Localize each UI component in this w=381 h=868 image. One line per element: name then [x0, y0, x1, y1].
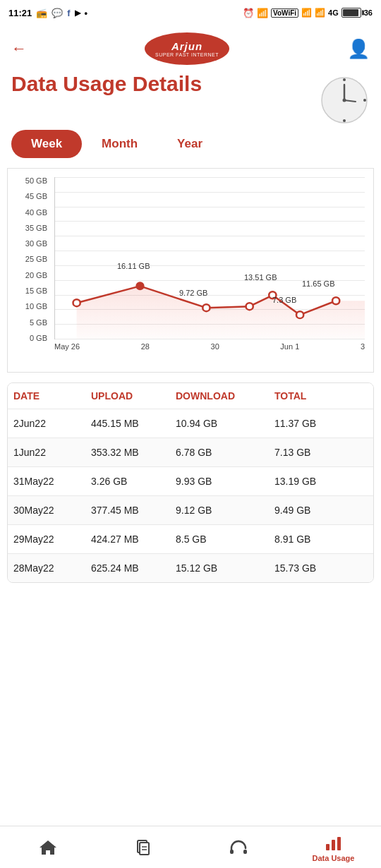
th-date: DATE — [13, 390, 91, 402]
td-date: 1Jun22 — [13, 447, 91, 458]
point-jun1b — [296, 311, 303, 318]
alarm-icon: ⏰ — [243, 8, 254, 18]
td-download: 8.5 GB — [176, 534, 274, 545]
table-row: 30May22 377.45 MB 9.12 GB 9.49 GB — [8, 495, 373, 524]
chart-svg — [55, 177, 365, 339]
y-label-15: 15 GB — [25, 287, 47, 295]
vowifi-label: VoWiFi — [271, 8, 298, 18]
broadcast-icon: 📻 — [36, 8, 47, 18]
nav-home[interactable] — [27, 838, 69, 857]
bottom-nav: Data Usage — [0, 826, 381, 868]
y-label-35: 35 GB — [25, 224, 47, 232]
td-upload: 445.15 MB — [91, 418, 176, 429]
td-download: 6.78 GB — [176, 447, 274, 458]
td-upload: 3.26 GB — [91, 476, 176, 487]
logo-oval: Arjun SUPER FAST INTERNET — [145, 32, 229, 65]
y-label-10: 10 GB — [25, 303, 47, 311]
td-total: 8.91 GB — [274, 534, 345, 545]
battery-level: 36 — [364, 8, 373, 17]
tab-week[interactable]: Week — [11, 130, 82, 158]
svg-point-6 — [343, 99, 346, 102]
td-upload: 424.27 MB — [91, 534, 176, 545]
td-date: 2Jun22 — [13, 418, 91, 429]
td-upload: 353.32 MB — [91, 447, 176, 458]
point-may30b — [246, 303, 253, 310]
point-may28 — [136, 282, 143, 289]
y-label-20: 20 GB — [25, 272, 47, 279]
data-label-jun1a: 13.51 GB — [244, 273, 277, 282]
copy-icon — [133, 838, 153, 857]
point-jun3 — [332, 297, 339, 304]
svg-rect-14 — [332, 840, 335, 850]
facebook-icon: f — [67, 8, 70, 18]
battery-icon — [341, 8, 361, 18]
table-row: 28May22 625.24 MB 15.12 GB 15.73 GB — [8, 553, 373, 582]
td-total: 9.49 GB — [274, 505, 345, 516]
svg-rect-12 — [243, 850, 247, 854]
table-row: 29May22 424.27 MB 8.5 GB 8.91 GB — [8, 524, 373, 553]
status-left: 11:21 📻 💬 f ▶ • — [8, 8, 87, 18]
chart-bar-icon — [324, 833, 344, 852]
tab-year[interactable]: Year — [157, 130, 222, 158]
y-label-25: 25 GB — [25, 255, 47, 263]
td-total: 13.19 GB — [274, 476, 345, 487]
chart-inner: 16.11 GB 13.51 GB 11.65 GB 9.72 GB 7.3 G… — [54, 177, 365, 339]
tab-month[interactable]: Month — [82, 130, 157, 158]
point-may30 — [202, 304, 210, 311]
td-date: 30May22 — [13, 505, 91, 516]
svg-point-4 — [363, 99, 366, 102]
td-download: 9.12 GB — [176, 505, 274, 516]
y-label-50: 50 GB — [25, 177, 47, 185]
nav-support[interactable] — [217, 838, 260, 857]
nav-reports[interactable] — [122, 838, 164, 857]
profile-button[interactable]: 👤 — [347, 38, 370, 60]
nav-data-usage[interactable]: Data Usage — [313, 833, 355, 862]
y-label-0: 0 GB — [30, 334, 47, 342]
wifi-icon: 📶 — [257, 8, 268, 18]
point-may26 — [73, 299, 80, 306]
th-download: DOWNLOAD — [176, 390, 274, 402]
y-label-30: 30 GB — [25, 240, 47, 248]
th-total: TOTAL — [274, 390, 345, 402]
y-label-5: 5 GB — [30, 319, 47, 327]
table-row: 2Jun22 445.15 MB 10.94 GB 11.37 GB — [8, 409, 373, 438]
td-date: 28May22 — [13, 562, 91, 574]
td-total: 7.13 GB — [274, 447, 345, 458]
svg-rect-11 — [230, 850, 234, 854]
nav-data-usage-label: Data Usage — [313, 854, 355, 862]
logo-text: Arjun — [171, 40, 202, 52]
tab-row: Week Month Year — [0, 126, 381, 165]
td-upload: 377.45 MB — [91, 505, 176, 516]
x-label-jun1: Jun 1 — [280, 342, 299, 351]
y-axis: 50 GB 45 GB 40 GB 35 GB 30 GB 25 GB 20 G… — [8, 177, 52, 342]
logo-sub: SUPER FAST INTERNET — [155, 52, 219, 57]
td-total: 15.73 GB — [274, 562, 345, 574]
chart-container: 50 GB 45 GB 40 GB 35 GB 30 GB 25 GB 20 G… — [7, 168, 374, 373]
signal-icon2: 📶 — [315, 8, 325, 18]
headphone-icon — [229, 838, 248, 857]
app-header: ← Arjun SUPER FAST INTERNET 👤 — [0, 25, 381, 72]
whatsapp-icon: 💬 — [52, 8, 63, 18]
th-upload: UPLOAD — [91, 390, 176, 402]
td-upload: 625.24 MB — [91, 562, 176, 574]
data-label-jun1b: 11.65 GB — [302, 279, 334, 288]
data-table: DATE UPLOAD DOWNLOAD TOTAL 2Jun22 445.15… — [7, 382, 374, 583]
time: 11:21 — [8, 8, 32, 18]
y-label-45: 45 GB — [25, 193, 47, 200]
td-date: 31May22 — [13, 476, 91, 487]
td-total: 11.37 GB — [274, 418, 345, 429]
x-label-30: 30 — [211, 342, 219, 351]
td-download: 10.94 GB — [176, 418, 274, 429]
status-bar: 11:21 📻 💬 f ▶ • ⏰ 📶 VoWiFi 📶 📶 4G 36 — [0, 0, 381, 25]
status-right: ⏰ 📶 VoWiFi 📶 📶 4G 36 — [243, 8, 373, 18]
td-date: 29May22 — [13, 534, 91, 545]
back-button[interactable]: ← — [11, 40, 27, 58]
table-header: DATE UPLOAD DOWNLOAD TOTAL — [8, 383, 373, 409]
data-label-jun1c: 7.3 GB — [272, 296, 296, 304]
table-body: 2Jun22 445.15 MB 10.94 GB 11.37 GB 1Jun2… — [8, 409, 373, 582]
play-icon: ▶ — [75, 8, 80, 18]
td-download: 15.12 GB — [176, 562, 274, 574]
network-4g: 4G — [328, 8, 339, 17]
x-axis: May 26 28 30 Jun 1 3 — [54, 339, 365, 351]
x-label-28: 28 — [141, 342, 150, 351]
